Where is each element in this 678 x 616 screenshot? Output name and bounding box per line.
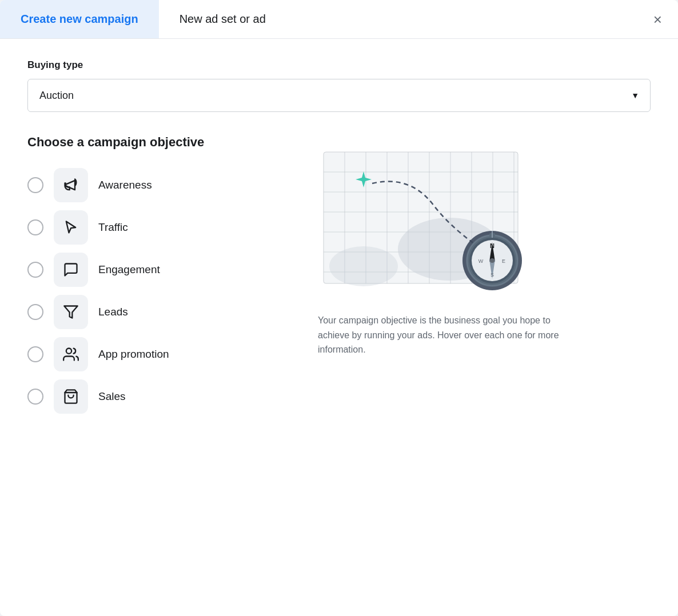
objective-label-leads: Leads <box>98 306 128 318</box>
objective-title: Choose a campaign objective <box>27 135 290 150</box>
funnel-icon <box>63 304 79 320</box>
objective-list: Awareness Traffic <box>27 168 290 414</box>
svg-point-21 <box>329 246 398 286</box>
modal-header: Create new campaign New ad set or ad × <box>0 0 678 39</box>
svg-text:W: W <box>478 258 484 264</box>
radio-leads[interactable] <box>27 304 43 320</box>
cursor-icon <box>63 219 79 235</box>
radio-awareness[interactable] <box>27 177 43 193</box>
radio-engagement[interactable] <box>27 262 43 278</box>
icon-box-engagement <box>54 253 88 287</box>
objective-right-panel: N S W E Your campaign objective is the b… <box>318 135 651 414</box>
svg-point-1 <box>66 349 71 354</box>
objective-label-traffic: Traffic <box>98 221 128 234</box>
buying-type-select[interactable]: Auction Reach and frequency TRP buying <box>27 79 651 112</box>
icon-box-app-promotion <box>54 337 88 371</box>
objective-label-app-promotion: App promotion <box>98 348 169 361</box>
svg-point-29 <box>490 258 494 263</box>
icon-box-leads <box>54 295 88 329</box>
modal-body: Buying type Auction Reach and frequency … <box>0 39 678 441</box>
objective-left-panel: Choose a campaign objective Awarenes <box>27 135 290 414</box>
objective-section: Choose a campaign objective Awarenes <box>27 135 651 414</box>
tab-new-adset[interactable]: New ad set or ad <box>159 0 286 38</box>
objective-label-awareness: Awareness <box>98 179 152 191</box>
objective-item-app-promotion[interactable]: App promotion <box>27 337 290 371</box>
icon-box-traffic <box>54 210 88 245</box>
campaign-illustration: N S W E <box>318 141 547 301</box>
svg-marker-0 <box>64 306 77 318</box>
svg-text:N: N <box>490 242 494 249</box>
people-icon <box>63 346 79 362</box>
objective-item-sales[interactable]: Sales <box>27 379 290 414</box>
buying-type-wrapper: Auction Reach and frequency TRP buying ▼ <box>27 79 651 112</box>
tab-create-campaign[interactable]: Create new campaign <box>0 0 159 38</box>
objective-description: Your campaign objective is the business … <box>318 313 581 357</box>
megaphone-icon <box>63 177 79 193</box>
bag-icon <box>63 389 79 405</box>
radio-app-promotion[interactable] <box>27 346 43 362</box>
chat-icon <box>63 262 79 278</box>
objective-item-awareness[interactable]: Awareness <box>27 168 290 202</box>
objective-label-engagement: Engagement <box>98 263 160 276</box>
objective-label-sales: Sales <box>98 390 126 403</box>
radio-sales[interactable] <box>27 389 43 405</box>
create-campaign-modal: Create new campaign New ad set or ad × B… <box>0 0 678 616</box>
buying-type-label: Buying type <box>27 59 651 71</box>
objective-item-leads[interactable]: Leads <box>27 295 290 329</box>
objective-item-traffic[interactable]: Traffic <box>27 210 290 245</box>
svg-text:S: S <box>490 272 494 278</box>
objective-item-engagement[interactable]: Engagement <box>27 253 290 287</box>
svg-text:E: E <box>502 258 505 264</box>
radio-traffic[interactable] <box>27 219 43 235</box>
icon-box-sales <box>54 379 88 414</box>
icon-box-awareness <box>54 168 88 202</box>
close-button[interactable]: × <box>653 12 662 27</box>
